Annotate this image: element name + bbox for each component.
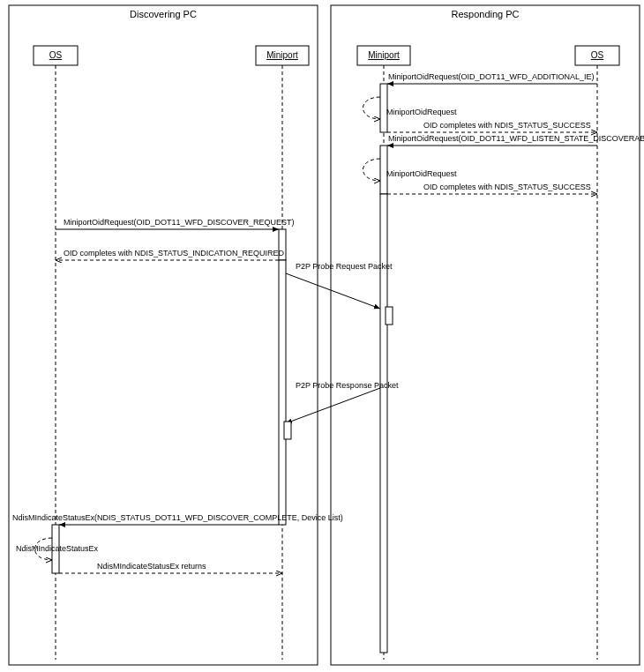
lifeline-label-d-os: OS	[49, 50, 63, 60]
msg-probe-req-arrow	[286, 273, 380, 309]
msg-r-ret2-label: OID completes with NDIS_STATUS_SUCCESS	[423, 183, 591, 191]
responding-title: Responding PC	[451, 9, 519, 19]
msg-r2-label: MiniportOidRequest(OID_DOT11_WFD_LISTEN_…	[388, 134, 644, 143]
msg-r-self2-label: MiniportOidRequest	[386, 169, 457, 178]
msg-r-self1-arrow	[363, 97, 381, 119]
msg-probe-resp-arrow	[286, 388, 380, 423]
lifeline-label-d-mp: Miniport	[266, 50, 298, 60]
msg-probe-resp-label: P2P Probe Response Packet	[296, 381, 399, 390]
activation-r-probe	[386, 307, 393, 325]
responding-frame	[331, 5, 640, 665]
msg-d1-label: MiniportOidRequest(OID_DOT11_WFD_DISCOVE…	[64, 218, 295, 227]
msg-probe-req-label: P2P Probe Request Packet	[296, 262, 393, 271]
lifeline-label-r-mp: Miniport	[368, 50, 400, 60]
activation-d-probe	[284, 422, 291, 439]
lifeline-label-r-os: OS	[591, 50, 604, 60]
msg-d-ret1-label: OID completes with NDIS_STATUS_INDICATIO…	[64, 249, 285, 258]
discovering-title: Discovering PC	[130, 9, 197, 19]
activation-d-discover	[279, 260, 286, 525]
msg-d-stat-ret-label: NdisMIndicateStatusEx returns	[97, 562, 206, 571]
msg-r-self2-arrow	[363, 159, 381, 181]
msg-r-ret1-label: OID completes with NDIS_STATUS_SUCCESS	[423, 121, 591, 130]
sequence-diagram: Discovering PC Responding PC OS Miniport…	[0, 0, 644, 672]
msg-d-self-label: NdisMIndicateStatusEx	[16, 544, 99, 553]
msg-r1-label: MiniportOidRequest(OID_DOT11_WFD_ADDITIO…	[388, 72, 595, 81]
msg-r-self1-label: MiniportOidRequest	[386, 108, 457, 116]
msg-d-stat-label: NdisMIndicateStatusEx(NDIS_STATUS_DOT11_…	[12, 513, 343, 522]
